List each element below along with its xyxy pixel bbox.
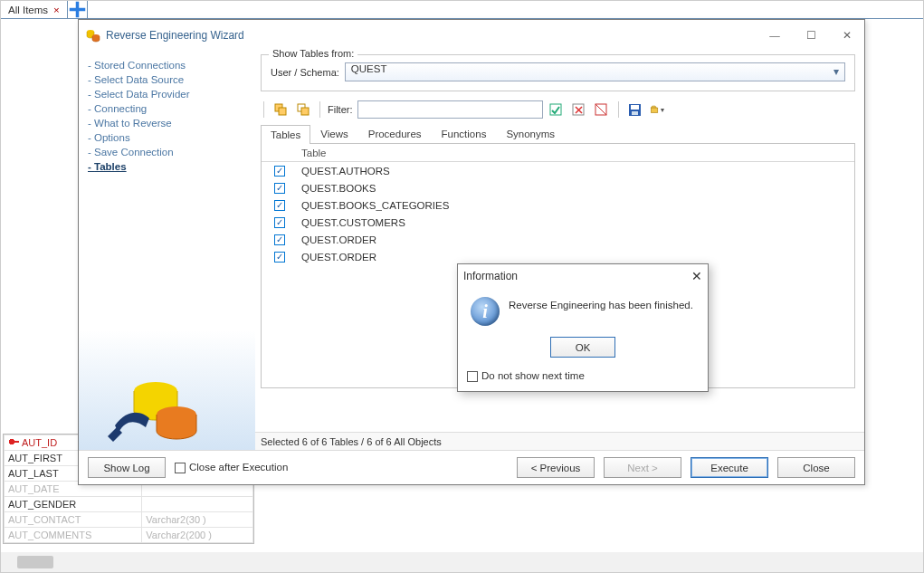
row-checkbox[interactable] — [274, 200, 285, 211]
maximize-button[interactable]: ☐ — [797, 25, 824, 45]
next-button: Next > — [604, 457, 681, 478]
execute-button[interactable]: Execute — [691, 457, 768, 478]
selection-status: Selected 6 of 6 Tables / 6 of 6 All Obje… — [255, 432, 864, 450]
new-document-button[interactable] — [68, 1, 88, 18]
wizard-step[interactable]: - Save Connection — [88, 145, 246, 159]
row-name: QUEST.ORDER — [301, 234, 376, 245]
row-checkbox[interactable] — [274, 234, 285, 245]
info-icon: i — [471, 297, 500, 326]
scroll-thumb[interactable] — [17, 556, 53, 568]
table-row[interactable]: QUEST.BOOKS — [262, 179, 854, 196]
attr-type: Varchar2(200 ) — [142, 528, 253, 543]
wizard-title: Reverse Engineering Wizard — [106, 29, 244, 42]
filter-label: Filter: — [328, 104, 353, 115]
schema-dropdown[interactable]: QUEST — [345, 62, 845, 81]
wizard-step-sidebar: - Stored Connections - Select Data Sourc… — [79, 51, 255, 450]
row-name: QUEST.BOOKS_CATEGORIES — [301, 200, 449, 211]
row-name: QUEST.ORDER — [301, 252, 376, 263]
document-tab-label: All Items — [8, 5, 48, 15]
checkbox-icon — [467, 371, 478, 382]
previous-button[interactable]: < Previous — [517, 457, 595, 478]
select-all-button[interactable] — [271, 100, 290, 119]
checkbox-icon — [175, 463, 186, 473]
attr-type: Varchar2(30 ) — [142, 512, 253, 528]
attr-name: AUT_ID — [22, 437, 57, 448]
svg-rect-12 — [631, 105, 639, 110]
primary-key-icon — [8, 437, 19, 446]
minimize-button[interactable]: — — [761, 25, 788, 45]
subtab-procedures[interactable]: Procedures — [358, 124, 432, 143]
show-tables-fieldset: Show Tables from: User / Schema: QUEST — [261, 54, 855, 91]
deselect-all-button[interactable] — [294, 100, 312, 119]
schema-value: QUEST — [351, 63, 387, 74]
subtab-views[interactable]: Views — [310, 124, 357, 143]
show-log-button[interactable]: Show Log — [88, 457, 166, 478]
reverse-engineering-wizard-window: Reverse Engineering Wizard — ☐ ✕ - Store… — [78, 19, 865, 485]
svg-rect-5 — [279, 108, 286, 115]
grid-header-table: Table — [301, 148, 327, 158]
attr-name: AUT_COMMENTS — [5, 528, 142, 543]
attr-name: AUT_CONTACT — [5, 512, 142, 528]
subtab-synonyms[interactable]: Synonyms — [496, 124, 565, 143]
wizard-step[interactable]: - Options — [88, 130, 246, 145]
app-root: All Items × ORDER_DETAILS AUT_ID AUT_FIR… — [0, 0, 924, 573]
subtab-tables[interactable]: Tables — [261, 125, 310, 144]
check-all-visible-button[interactable] — [548, 100, 566, 119]
table-row[interactable]: QUEST.AUTHORS — [262, 162, 854, 179]
attr-type — [142, 497, 253, 512]
row-name: QUEST.BOOKS — [301, 183, 376, 194]
tables-toolbar: Filter: ▼ — [261, 97, 855, 124]
dialog-titlebar: Information ✕ — [458, 264, 708, 288]
document-tab-strip: All Items × — [1, 1, 923, 19]
subtab-functions[interactable]: Functions — [432, 124, 497, 143]
do-not-show-checkbox[interactable]: Do not show next time — [467, 370, 585, 381]
close-window-button[interactable]: ✕ — [834, 25, 861, 45]
row-name: QUEST.AUTHORS — [301, 166, 390, 177]
wizard-step[interactable]: - What to Reverse — [88, 116, 246, 130]
close-after-execution-checkbox[interactable]: Close after Execution — [175, 462, 288, 473]
save-icon[interactable] — [626, 100, 644, 119]
table-row[interactable]: QUEST.BOOKS_CATEGORIES — [262, 196, 854, 214]
dialog-close-icon[interactable]: ✕ — [691, 269, 702, 283]
table-row[interactable]: QUEST.CUSTOMERS — [262, 214, 854, 231]
information-dialog: Information ✕ i Reverse Engineering has … — [457, 263, 709, 392]
wizard-step[interactable]: - Connecting — [88, 101, 246, 116]
ok-button[interactable]: OK — [550, 337, 615, 358]
row-checkbox[interactable] — [274, 166, 285, 177]
wizard-titlebar: Reverse Engineering Wizard — ☐ ✕ — [79, 20, 864, 51]
svg-rect-13 — [632, 111, 638, 115]
plus-icon — [68, 0, 87, 19]
row-checkbox[interactable] — [274, 217, 285, 228]
close-icon[interactable]: × — [53, 5, 60, 15]
svg-rect-14 — [651, 108, 657, 112]
row-checkbox[interactable] — [274, 183, 285, 194]
row-checkbox[interactable] — [274, 252, 285, 263]
filter-input[interactable] — [357, 100, 543, 119]
svg-rect-7 — [301, 108, 309, 115]
table-row[interactable]: QUEST.ORDER — [262, 231, 854, 248]
fieldset-legend: Show Tables from: — [269, 48, 357, 59]
wizard-step[interactable]: - Select Data Source — [88, 72, 246, 87]
open-dropdown-button[interactable]: ▼ — [649, 100, 667, 119]
invert-selection-button[interactable] — [593, 100, 611, 119]
wizard-step[interactable]: - Select Data Provider — [88, 87, 246, 101]
dialog-message: Reverse Engineering has been finished. — [509, 297, 693, 326]
object-type-tabs: Tables Views Procedures Functions Synony… — [261, 124, 855, 144]
wizard-icon — [86, 28, 100, 43]
wizard-artwork — [106, 371, 205, 445]
horizontal-scrollbar[interactable] — [1, 552, 923, 572]
attr-name: AUT_GENDER — [5, 497, 142, 512]
wizard-step-current[interactable]: - Tables — [88, 159, 246, 174]
uncheck-all-button[interactable] — [570, 100, 588, 119]
dialog-title: Information — [463, 270, 518, 282]
row-name: QUEST.CUSTOMERS — [301, 217, 405, 228]
wizard-step-list: - Stored Connections - Select Data Sourc… — [88, 58, 246, 174]
close-button[interactable]: Close — [777, 457, 855, 478]
wizard-footer: Show Log Close after Execution < Previou… — [79, 450, 864, 484]
wizard-step[interactable]: - Stored Connections — [88, 58, 246, 72]
schema-label: User / Schema: — [271, 67, 339, 78]
document-tab-all-items[interactable]: All Items × — [1, 1, 68, 18]
